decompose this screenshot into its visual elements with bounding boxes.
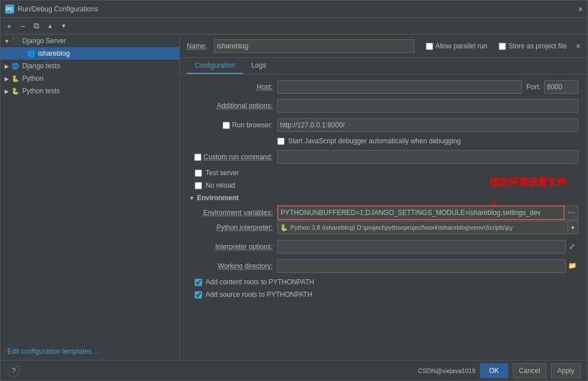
sidebar-item-django-tests[interactable]: ▶ 🌐 Django tests (1, 60, 179, 72)
sidebar-item-label: Django tests (22, 62, 60, 70)
add-content-roots-checkbox[interactable] (195, 279, 202, 286)
additional-options-label: Additional options: (189, 102, 277, 110)
move-up-button[interactable]: ▲ (44, 20, 56, 32)
add-content-roots-row: Add content roots to PYTHONPATH (189, 278, 578, 286)
interpreter-options-input[interactable] (277, 240, 566, 254)
sidebar: ▼ ⬛ Django Server 🌐 ishareblog ▶ 🌐 Djang… (1, 35, 180, 360)
add-source-roots-checkbox[interactable] (195, 291, 202, 299)
port-label: Port: (527, 83, 541, 91)
no-reload-label: No reload (205, 181, 235, 189)
store-as-project-checkbox[interactable] (499, 43, 506, 50)
django-server-icon: ⬛ (11, 36, 20, 45)
interpreter-options-label: Interpreter options: (189, 243, 277, 251)
name-label: Name: (187, 42, 209, 50)
remove-button[interactable]: − (17, 20, 29, 32)
interpreter-options-expand-button[interactable]: ⤢ (566, 240, 578, 252)
working-directory-row: Working directory: 📁 (189, 259, 578, 274)
django-tests-icon: 🌐 (11, 61, 20, 71)
env-vars-edit-button[interactable]: ⋯ (565, 205, 578, 220)
run-browser-label: Run browser: (232, 121, 273, 129)
port-input[interactable] (544, 80, 578, 94)
test-server-checkbox[interactable] (195, 169, 202, 177)
expand-arrow: ▼ (3, 38, 11, 44)
annotation-text: 指定环境设置文件 (490, 176, 567, 189)
environment-arrow: ▼ (189, 195, 195, 201)
add-source-roots-label: Add source roots to PYTHONPATH (205, 291, 312, 299)
env-vars-input[interactable] (277, 205, 565, 220)
expand-arrow: ▶ (3, 63, 11, 69)
sidebar-item-ishareblog[interactable]: 🌐 ishareblog (1, 47, 179, 60)
right-panel: Name: Allow parallel run Store as projec… (180, 35, 587, 360)
test-server-label: Test server (205, 169, 239, 177)
run-browser-input[interactable] (277, 118, 578, 132)
allow-parallel-label: Allow parallel run (435, 42, 487, 50)
sidebar-item-python-tests[interactable]: ▶ 🐍 Python tests (1, 85, 179, 97)
python-tests-icon: 🐍 (11, 86, 20, 96)
custom-run-label: Custom run command: (204, 153, 273, 161)
move-down-button[interactable]: ▼ (57, 20, 70, 32)
working-directory-input[interactable] (277, 259, 566, 273)
working-directory-browse-button[interactable]: 📁 (566, 259, 578, 272)
ishareblog-icon: 🌐 (27, 49, 36, 58)
add-source-roots-row: Add source roots to PYTHONPATH (189, 291, 578, 299)
csdn-label: CSDN@xiejava1018 (418, 367, 475, 374)
environment-title: Environment (197, 194, 239, 202)
working-directory-label: Working directory: (189, 262, 277, 270)
additional-options-row: Additional options: (189, 98, 578, 113)
expand-arrow: ▶ (3, 76, 11, 82)
name-input[interactable] (214, 39, 414, 53)
dialog: PC Run/Debug Configurations × + − ⧉ ▲ ▼ … (0, 0, 588, 381)
js-debugger-label: Start JavaScript debugger automatically … (288, 137, 461, 145)
additional-options-input[interactable] (277, 99, 578, 113)
python-interpreter-label: Python interpreter: (189, 223, 277, 231)
dialog-title: Run/Debug Configurations (18, 5, 575, 13)
help-button[interactable]: ? (7, 365, 20, 377)
no-reload-checkbox[interactable] (195, 182, 202, 189)
apply-button[interactable]: Apply (551, 363, 581, 378)
tabs: Configuration Logs (180, 58, 587, 74)
host-row: Host: Port: (189, 80, 578, 94)
run-browser-row: Run browser: (189, 118, 578, 132)
title-bar: PC Run/Debug Configurations × (1, 1, 587, 18)
copy-button[interactable]: ⧉ (30, 20, 43, 32)
allow-parallel-checkbox[interactable] (426, 43, 433, 50)
close-button[interactable]: × (578, 5, 583, 14)
tab-logs[interactable]: Logs (243, 58, 274, 74)
bottom-bar: ? CSDN@xiejava1018 OK Cancel Apply (1, 360, 587, 380)
main-content: ▼ ⬛ Django Server 🌐 ishareblog ▶ 🌐 Djang… (1, 35, 587, 360)
name-row: Name: Allow parallel run Store as projec… (180, 35, 587, 58)
interpreter-options-row: Interpreter options: ⤢ (189, 239, 578, 254)
app-icon: PC (5, 5, 14, 14)
add-button[interactable]: + (3, 20, 15, 32)
add-content-roots-label: Add content roots to PYTHONPATH (205, 278, 314, 286)
store-as-project-section: Store as project file (499, 42, 567, 50)
host-input[interactable] (277, 80, 522, 94)
cancel-button[interactable]: Cancel (513, 363, 546, 378)
toolbar: + − ⧉ ▲ ▼ (1, 18, 587, 35)
interpreter-dropdown-button[interactable]: ▼ (568, 221, 578, 234)
python-interpreter-row: Python interpreter: 🐍 Python 3.8 (ishare… (189, 220, 578, 235)
run-browser-checkbox[interactable] (223, 122, 230, 129)
env-vars-row: Environment variables: 指定环境设置文件 ↙ ⋯ (189, 205, 578, 220)
expand-arrow: ▶ (3, 88, 11, 94)
panel-close-button[interactable]: × (576, 42, 581, 51)
environment-section-header[interactable]: ▼ Environment (189, 194, 578, 202)
python-interpreter-select[interactable]: 🐍 Python 3.8 (ishareblog) D:\project\pyt… (277, 221, 568, 234)
tab-configuration[interactable]: Configuration (187, 58, 243, 74)
js-debugger-checkbox[interactable] (277, 138, 285, 145)
store-as-project-label: Store as project file (508, 42, 567, 50)
python-icon-small: 🐍 (280, 224, 288, 231)
allow-parallel-section: Allow parallel run (426, 42, 487, 50)
config-panel: Host: Port: Additional options: Run brow… (180, 74, 587, 360)
sidebar-item-python[interactable]: ▶ 🐍 Python (1, 72, 179, 85)
env-vars-label: Environment variables: (189, 209, 277, 217)
sidebar-item-label: Django Server (22, 37, 66, 45)
custom-run-input[interactable] (277, 150, 578, 164)
host-label: Host: (189, 83, 277, 91)
edit-templates-link[interactable]: Edit configuration templates... (5, 347, 100, 355)
custom-run-command-row: Custom run command: (189, 150, 578, 164)
js-debugger-row: Start JavaScript debugger automatically … (189, 137, 578, 145)
sidebar-item-django-server[interactable]: ▼ ⬛ Django Server (1, 35, 179, 47)
custom-run-checkbox[interactable] (194, 154, 202, 161)
ok-button[interactable]: OK (480, 363, 508, 378)
